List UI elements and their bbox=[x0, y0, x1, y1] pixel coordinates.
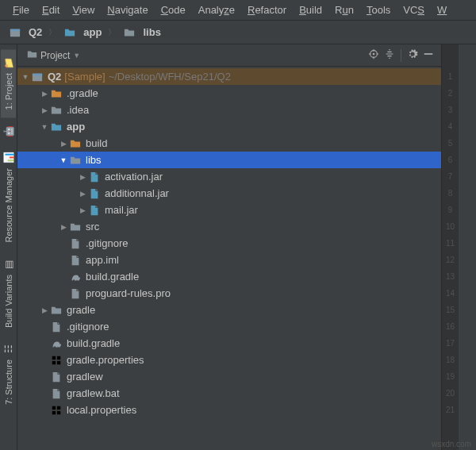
line-number: 15 bbox=[446, 302, 455, 318]
menu-analyze[interactable]: Analyze bbox=[192, 2, 241, 17]
file-icon bbox=[68, 255, 83, 266]
menu-run[interactable]: Run bbox=[328, 2, 360, 17]
menu-edit[interactable]: Edit bbox=[36, 2, 66, 17]
tree-label: additionnal.jar bbox=[105, 187, 169, 199]
properties-icon bbox=[49, 405, 63, 416]
tool-tab-android[interactable]: 🤖 bbox=[1, 117, 16, 144]
tree-node-activation-jar[interactable]: ▶ activation.jar bbox=[17, 168, 441, 185]
collapse-all-icon[interactable] bbox=[382, 48, 397, 62]
expand-arrow-icon[interactable]: ▶ bbox=[40, 306, 49, 314]
menu-window[interactable]: W bbox=[431, 2, 453, 17]
breadcrumb-libs[interactable]: libs bbox=[119, 25, 163, 39]
line-number: 9 bbox=[448, 202, 453, 218]
menu-navigate[interactable]: Navigate bbox=[101, 2, 154, 17]
expand-arrow-icon[interactable]: ▶ bbox=[59, 140, 68, 148]
expand-arrow-icon[interactable]: ▼ bbox=[40, 123, 49, 131]
gradle-icon bbox=[49, 338, 63, 349]
tree-node-gitignore[interactable]: .gitignore bbox=[17, 318, 441, 335]
tree-node-local-properties[interactable]: local.properties bbox=[17, 402, 441, 418]
tree-node-build[interactable]: ▶ build bbox=[17, 135, 441, 152]
folder-icon bbox=[68, 155, 83, 166]
breadcrumb-app[interactable]: app bbox=[60, 25, 105, 39]
menu-build[interactable]: Build bbox=[293, 2, 328, 17]
expand-arrow-icon[interactable]: ▶ bbox=[40, 90, 49, 98]
tree-node-proguard[interactable]: proguard-rules.pro bbox=[17, 285, 441, 302]
tree-node-gradle[interactable]: ▶ .gradle bbox=[17, 85, 441, 102]
chevron-icon: 〉 bbox=[48, 27, 56, 38]
tree-tag: [Sample] bbox=[64, 71, 105, 83]
tree-node-build-gradle[interactable]: build.gradle bbox=[17, 335, 441, 352]
tree-node-additionnal-jar[interactable]: ▶ additionnal.jar bbox=[17, 185, 441, 202]
tree-node-libs[interactable]: ▼ libs bbox=[17, 152, 441, 168]
locate-icon[interactable] bbox=[366, 48, 382, 62]
folder-icon bbox=[63, 27, 77, 38]
tree-label: .idea bbox=[67, 104, 89, 116]
expand-arrow-icon[interactable]: ▼ bbox=[59, 156, 68, 164]
tree-node-gradle-properties[interactable]: gradle.properties bbox=[17, 352, 441, 368]
line-number: 2 bbox=[448, 85, 453, 102]
line-number: 21 bbox=[446, 402, 455, 418]
expand-arrow-icon[interactable]: ▶ bbox=[78, 206, 87, 214]
breadcrumb-root[interactable]: Q2 bbox=[5, 25, 45, 39]
line-number: 13 bbox=[446, 268, 455, 285]
jar-icon bbox=[87, 171, 102, 183]
menu-bar: FFileile Edit View Navigate Code Analyze… bbox=[0, 0, 476, 21]
tool-tab-structure[interactable]: 7: Structure ☷ bbox=[2, 336, 15, 413]
breadcrumb-libs-label: libs bbox=[143, 26, 160, 38]
menu-code[interactable]: Code bbox=[155, 2, 192, 17]
line-number: 10 bbox=[446, 218, 455, 235]
tree-node-app-build-gradle[interactable]: build.gradle bbox=[17, 268, 441, 285]
chevron-icon: 〉 bbox=[108, 27, 116, 38]
file-icon bbox=[49, 388, 63, 399]
editor-gutter: 1 2 3 4 5 6 7 8 9 10 11 12 13 14 15 16 1… bbox=[441, 44, 459, 450]
separator bbox=[401, 49, 401, 62]
expand-arrow-icon[interactable]: ▶ bbox=[78, 190, 87, 198]
line-number: 18 bbox=[446, 352, 455, 368]
menu-view[interactable]: View bbox=[66, 2, 101, 17]
tree-node-src[interactable]: ▶ src bbox=[17, 218, 441, 235]
jar-icon bbox=[87, 205, 102, 216]
tool-tab-project[interactable]: 1: Project 📁 bbox=[1, 49, 16, 117]
tree-node-gradle-folder[interactable]: ▶ gradle bbox=[17, 302, 441, 318]
file-icon bbox=[68, 238, 83, 249]
project-tree[interactable]: ▼ Q2 [Sample] ~/Desktop/WFH/Sep21/Q2 ▶ .… bbox=[17, 67, 441, 450]
tab-label: Resource Manager bbox=[4, 168, 13, 243]
properties-icon bbox=[49, 355, 63, 366]
tree-node-app-gitignore[interactable]: .gitignore bbox=[17, 235, 441, 252]
gradle-icon bbox=[68, 271, 83, 283]
tree-path: ~/Desktop/WFH/Sep21/Q2 bbox=[109, 71, 231, 83]
tree-node-app-iml[interactable]: app.iml bbox=[17, 252, 441, 268]
tree-node-gradlew[interactable]: gradlew bbox=[17, 368, 441, 385]
tree-node-app[interactable]: ▼ app bbox=[17, 118, 441, 135]
project-panel: Project ▼ ▼ Q2 [Sample] ~/Desktop/WFH/Se… bbox=[17, 44, 459, 450]
folder-icon bbox=[49, 88, 63, 99]
menu-refactor[interactable]: Refactor bbox=[241, 2, 293, 17]
menu-file[interactable]: FFileile bbox=[6, 2, 36, 17]
tree-node-gradlew-bat[interactable]: gradlew.bat bbox=[17, 385, 441, 402]
project-view-dropdown[interactable]: Project ▼ bbox=[22, 48, 85, 63]
expand-arrow-icon[interactable]: ▶ bbox=[78, 173, 87, 181]
tree-node-idea[interactable]: ▶ .idea bbox=[17, 102, 441, 118]
tree-label: gradlew.bat bbox=[67, 387, 120, 399]
module-icon bbox=[30, 71, 44, 83]
expand-arrow-icon[interactable]: ▼ bbox=[21, 73, 30, 81]
tool-tab-resource-manager[interactable]: Resource Manager 📊 bbox=[1, 144, 16, 251]
tree-label: build bbox=[86, 137, 107, 149]
hide-icon[interactable] bbox=[420, 48, 436, 62]
tree-label: build.gradle bbox=[67, 337, 120, 349]
settings-icon[interactable] bbox=[405, 48, 420, 62]
menu-tools[interactable]: Tools bbox=[360, 2, 397, 17]
tool-tab-build-variants[interactable]: Build Variants ▤ bbox=[2, 251, 15, 336]
expand-arrow-icon[interactable]: ▶ bbox=[40, 106, 49, 114]
tree-label: app.iml bbox=[86, 254, 119, 266]
tree-label: gradlew bbox=[67, 371, 103, 383]
expand-arrow-icon[interactable]: ▶ bbox=[59, 223, 68, 231]
project-panel-header: Project ▼ bbox=[17, 44, 441, 67]
tree-node-root[interactable]: ▼ Q2 [Sample] ~/Desktop/WFH/Sep21/Q2 bbox=[17, 68, 441, 85]
menu-vcs[interactable]: VCS bbox=[397, 2, 431, 17]
panel-title-label: Project bbox=[40, 50, 70, 61]
tab-label: 7: Structure bbox=[4, 360, 13, 405]
structure-icon: ☷ bbox=[3, 345, 14, 354]
tree-node-mail-jar[interactable]: ▶ mail.jar bbox=[17, 202, 441, 218]
folder-icon bbox=[49, 105, 63, 116]
